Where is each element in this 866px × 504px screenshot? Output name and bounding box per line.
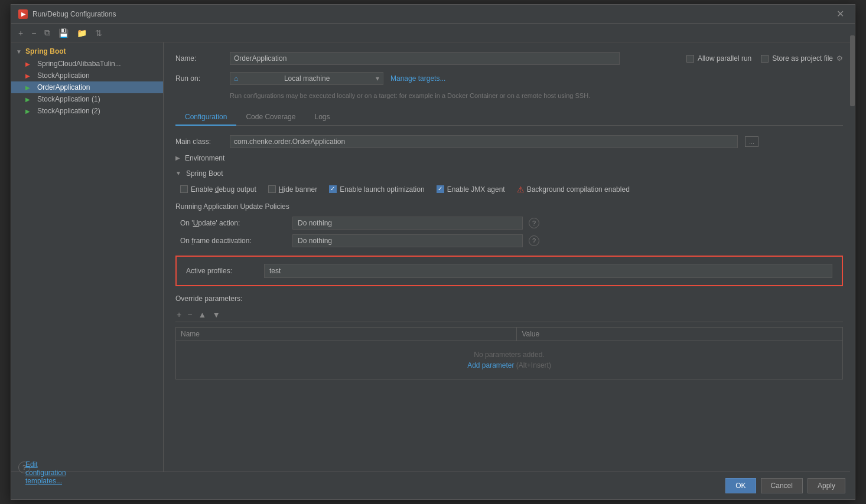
hint-text: Run configurations may be executed local… <box>230 91 843 101</box>
config-panel: Name: Allow parallel run Store as projec… <box>164 42 855 472</box>
allow-parallel-row: Allow parallel run <box>686 54 751 63</box>
scrollbar-track <box>850 42 855 472</box>
sidebar-spring-boot-header[interactable]: ▼ Spring Boot <box>11 45 163 58</box>
chevron-down-icon: ▼ <box>16 48 22 55</box>
run-red-icon <box>25 60 34 68</box>
on-update-label: On 'Update' action: <box>180 219 287 227</box>
enable-debug-checkbox[interactable] <box>180 185 188 193</box>
manage-targets-link[interactable]: Manage targets... <box>390 74 445 83</box>
enable-jmx-item[interactable]: Enable JMX agent <box>437 185 505 194</box>
add-config-button[interactable]: + <box>16 27 25 39</box>
add-param-row: Add parameter (Alt+Insert) <box>185 361 833 369</box>
sidebar-item-stock2[interactable]: StockApplication (2) <box>11 105 163 117</box>
title-bar: ▶ Run/Debug Configurations ✕ <box>11 5 855 24</box>
main-class-input[interactable] <box>230 135 738 148</box>
close-button[interactable]: ✕ <box>833 8 848 20</box>
spring-boot-section: ▼ Spring Boot Enable debug output Hide b… <box>175 169 843 194</box>
run-on-dropdown[interactable]: ⌂ Local machine ▾ <box>230 72 383 85</box>
store-project-label: Store as project file <box>772 54 833 63</box>
hide-banner-checkbox[interactable] <box>268 185 276 193</box>
params-table: Name Value No parameters added. Add para… <box>175 327 843 379</box>
on-frame-row: On frame deactivation: Do nothing Update… <box>175 234 843 247</box>
sidebar: ▼ Spring Boot SpringCloudAlibabaTulin...… <box>11 42 164 472</box>
bg-compile-label: Background compilation enabled <box>527 185 630 194</box>
sidebar-item-springcloud[interactable]: SpringCloudAlibabaTulin... <box>11 58 163 70</box>
main-class-label: Main class: <box>175 138 223 146</box>
warning-icon: ⚠ <box>517 185 525 194</box>
move-down-button[interactable]: ▼ <box>211 309 222 320</box>
copy-config-button[interactable]: ⧉ <box>42 27 53 39</box>
edit-templates-link[interactable]: Edit configuration templates... <box>25 460 66 472</box>
run-green-icon <box>25 83 34 91</box>
name-row: Name: <box>175 52 620 65</box>
ok-button[interactable]: OK <box>725 478 756 493</box>
spring-boot-label: Spring Boot <box>186 169 223 178</box>
table-header-value: Value <box>517 327 843 341</box>
scrollbar-thumb[interactable] <box>850 42 855 106</box>
spring-boot-checkboxes: Enable debug output Hide banner Enable l… <box>175 185 843 194</box>
on-frame-dropdown[interactable]: Do nothing Update classes and resources … <box>292 234 523 247</box>
override-params-title: Override parameters: <box>175 294 843 303</box>
on-update-help-button[interactable]: ? <box>529 218 539 228</box>
policies-title: Running Application Update Policies <box>175 202 843 211</box>
bg-compile-row: ⚠ Background compilation enabled <box>517 185 630 194</box>
tab-configuration[interactable]: Configuration <box>175 109 236 126</box>
sidebar-item-stock[interactable]: StockApplication <box>11 70 163 81</box>
cancel-button[interactable]: Cancel <box>761 478 803 493</box>
environment-expand-icon[interactable]: ▶ <box>175 155 180 161</box>
enable-debug-item[interactable]: Enable debug output <box>180 185 256 194</box>
app-icon: ▶ <box>18 9 28 19</box>
remove-config-button[interactable]: − <box>29 27 38 39</box>
save-config-button[interactable]: 💾 <box>56 27 71 39</box>
enable-launch-label: Enable launch optimization <box>340 185 424 194</box>
remove-param-button[interactable]: − <box>186 309 193 320</box>
store-project-checkbox[interactable] <box>761 55 769 63</box>
hide-banner-item[interactable]: Hide banner <box>268 185 317 194</box>
main-content: ▼ Spring Boot SpringCloudAlibabaTulin...… <box>11 42 855 472</box>
run-red-icon <box>25 71 34 80</box>
table-header-name: Name <box>176 327 517 341</box>
enable-jmx-checkbox[interactable] <box>437 185 444 193</box>
hide-banner-label: Hide banner <box>279 185 317 194</box>
tab-logs[interactable]: Logs <box>305 109 339 126</box>
browse-button[interactable]: ... <box>745 136 758 147</box>
enable-debug-label: Enable debug output <box>191 185 256 194</box>
on-update-dropdown[interactable]: Do nothing Update classes and resources … <box>292 217 523 230</box>
active-profiles-section: Active profiles: <box>175 256 843 286</box>
on-frame-help-button[interactable]: ? <box>529 235 539 246</box>
config-top-row: Name: Allow parallel run Store as projec… <box>175 52 843 65</box>
spring-boot-collapse-icon[interactable]: ▼ <box>175 170 181 176</box>
enable-launch-checkbox[interactable] <box>329 185 337 193</box>
sidebar-item-order[interactable]: OrderApplication <box>11 81 163 93</box>
environment-label: Environment <box>185 154 224 162</box>
move-up-button[interactable]: ▲ <box>197 309 207 320</box>
params-toolbar: + − ▲ ▼ <box>175 307 843 322</box>
title-bar-left: ▶ Run/Debug Configurations <box>18 9 116 19</box>
add-param-button[interactable]: + <box>175 309 183 320</box>
spring-boot-header: ▼ Spring Boot <box>175 169 843 178</box>
no-params-row: No parameters added. Add parameter (Alt+… <box>176 341 843 379</box>
enable-jmx-label: Enable JMX agent <box>447 185 505 194</box>
enable-launch-item[interactable]: Enable launch optimization <box>329 185 424 194</box>
sidebar-item-stock1[interactable]: StockApplication (1) <box>11 93 163 105</box>
bottom-bar: OK Cancel Apply <box>11 472 855 499</box>
gear-icon[interactable]: ⚙ <box>836 54 843 63</box>
apply-button[interactable]: Apply <box>808 478 845 493</box>
sidebar-item-label: OrderApplication <box>37 83 90 91</box>
running-policies-section: Running Application Update Policies On '… <box>175 202 843 247</box>
tabs: Configuration Code Coverage Logs <box>175 109 843 126</box>
no-params-text: No parameters added. <box>185 351 833 359</box>
name-input[interactable] <box>230 52 620 65</box>
dialog-title: Run/Debug Configurations <box>32 10 116 18</box>
sidebar-item-label: StockApplication (2) <box>37 107 100 115</box>
sidebar-item-label: SpringCloudAlibabaTulin... <box>37 60 121 68</box>
tab-code-coverage[interactable]: Code Coverage <box>236 109 305 126</box>
environment-section: ▶ Environment <box>175 154 843 162</box>
add-param-link[interactable]: Add parameter <box>467 361 514 369</box>
run-debug-dialog: ▶ Run/Debug Configurations ✕ + − ⧉ 💾 📁 ⇅… <box>11 4 855 500</box>
open-config-button[interactable]: 📁 <box>74 27 89 39</box>
sidebar-group-label: Spring Boot <box>25 47 66 55</box>
active-profiles-input[interactable] <box>264 264 832 278</box>
sort-config-button[interactable]: ⇅ <box>93 27 105 39</box>
allow-parallel-checkbox[interactable] <box>686 55 694 63</box>
